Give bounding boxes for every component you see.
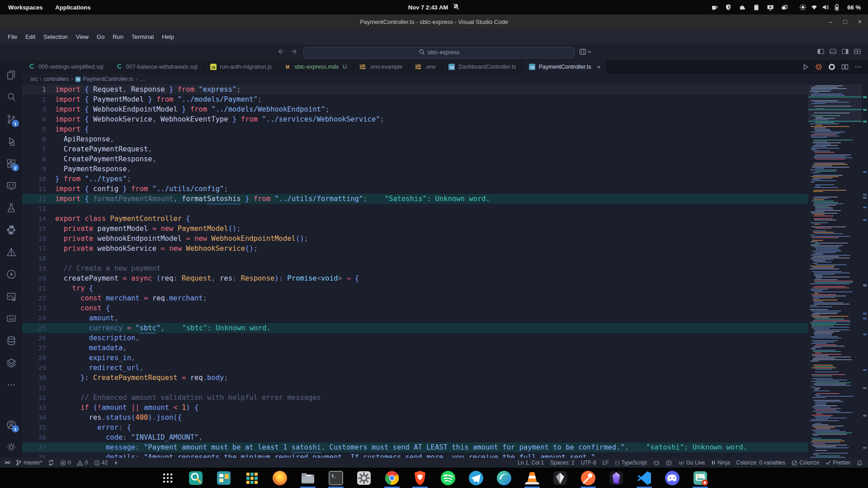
split-editor-button[interactable]: [841, 63, 849, 70]
applications-menu[interactable]: Applications: [55, 4, 90, 11]
obsidian-icon[interactable]: [607, 469, 625, 487]
panel-left-toggle-icon[interactable]: [817, 48, 824, 56]
postman-icon[interactable]: [579, 469, 597, 487]
volume-icon[interactable]: [822, 4, 829, 11]
tab-run-auth-migration.js[interactable]: JSrun-auth-migration.js: [204, 60, 278, 74]
brave-icon[interactable]: [411, 469, 429, 487]
menu-terminal[interactable]: Terminal: [127, 31, 158, 42]
edge-icon[interactable]: [495, 469, 513, 487]
errorlens-icon[interactable]: [113, 460, 118, 466]
git-branch-item[interactable]: master*: [16, 460, 42, 466]
colorize-toggle-item[interactable]: Colorize: [792, 460, 819, 466]
sidebar-item-extensions[interactable]: 2: [0, 152, 22, 174]
sidebar-item-python[interactable]: [0, 219, 22, 241]
sidebar-item-remote-explorer[interactable]: [0, 174, 22, 197]
settings-icon[interactable]: [355, 469, 373, 487]
app-launcher-icon[interactable]: [243, 469, 261, 487]
sidebar-item-layers[interactable]: [0, 352, 22, 374]
status-item-utf-8[interactable]: UTF-8: [581, 460, 596, 466]
sidebar-item-settings[interactable]: [0, 436, 22, 458]
tab-sbtc-express.mdx[interactable]: Msbtc-express.mdxU: [278, 60, 353, 74]
minimap[interactable]: [808, 84, 862, 458]
maximize-button[interactable]: □: [843, 19, 847, 25]
sidebar-item-database[interactable]: [0, 329, 22, 352]
tab-.env[interactable]: .env: [409, 60, 442, 74]
telegram-icon[interactable]: [467, 469, 485, 487]
clipboard-icon[interactable]: [753, 4, 760, 11]
tab-.env.example[interactable]: .env.example: [353, 60, 409, 74]
unity-icon[interactable]: [551, 469, 569, 487]
brightness-icon[interactable]: [799, 4, 807, 11]
menu-file[interactable]: File: [4, 31, 21, 42]
app-grid-icon[interactable]: [159, 469, 177, 487]
ninja-item[interactable]: Ninja: [711, 460, 730, 466]
chrome-icon[interactable]: [383, 469, 401, 487]
claude-extension-icon[interactable]: [815, 63, 822, 70]
menu-selection[interactable]: Selection: [39, 31, 71, 42]
windows-stack-icon[interactable]: [781, 4, 788, 11]
wifi-icon[interactable]: [811, 4, 818, 11]
status-item-colorize-0-variables[interactable]: Colorize: 0 variables: [736, 460, 786, 466]
terminal-icon[interactable]: $_: [327, 469, 345, 487]
breadcrumb-item[interactable]: controllers: [44, 76, 69, 82]
menu-edit[interactable]: Edit: [21, 31, 39, 42]
tab-005-settings-simplified.sql[interactable]: 005-settings-simplified.sql: [22, 60, 110, 74]
panel-right-toggle-icon[interactable]: [842, 48, 849, 56]
project-board-icon[interactable]: [215, 469, 233, 487]
remote-indicator[interactable]: ><: [5, 460, 10, 466]
sidebar-item-prism[interactable]: [0, 241, 22, 263]
sidebar-item-search[interactable]: [0, 86, 22, 108]
language-mode-item[interactable]: { }TypeScript: [615, 460, 647, 466]
editor[interactable]: 1import { Request, Response } from "expr…: [22, 84, 868, 458]
sidebar-item-rest-api[interactable]: /API: [0, 307, 22, 329]
sidebar-item-more[interactable]: [0, 374, 22, 396]
prettier-item[interactable]: Prettier: [826, 460, 850, 466]
screenshare-icon[interactable]: [767, 4, 774, 11]
caffeine-icon[interactable]: [711, 4, 718, 11]
command-center-search[interactable]: sbtc-express: [303, 47, 575, 58]
more-actions-button[interactable]: [854, 63, 862, 70]
status-item-ln-1-col-1[interactable]: Ln 1, Col 1: [518, 460, 544, 466]
sidebar-item-explorer[interactable]: [0, 64, 22, 86]
file-search-icon[interactable]: [187, 469, 205, 487]
battery-icon[interactable]: [833, 4, 840, 11]
openai-extension-icon[interactable]: [828, 63, 835, 70]
close-tab-icon[interactable]: ×: [597, 64, 601, 70]
sidebar-item-source-control[interactable]: 1: [0, 108, 22, 130]
layout-grid-toggle-icon[interactable]: [854, 48, 861, 56]
flameshot-icon[interactable]: [691, 469, 709, 487]
notifications-bell-icon[interactable]: [857, 460, 863, 466]
errors-item[interactable]: 0: [60, 460, 71, 466]
breadcrumb-item[interactable]: …: [140, 76, 145, 82]
navigate-forward-button[interactable]: [291, 48, 299, 57]
breadcrumb-item[interactable]: src: [30, 76, 38, 82]
sidebar-item-account[interactable]: 1: [0, 413, 22, 436]
puzzle-icon[interactable]: [739, 4, 746, 11]
navigate-back-button[interactable]: [276, 48, 284, 57]
file-manager-icon[interactable]: [299, 469, 317, 487]
vscode-icon[interactable]: [635, 469, 653, 487]
sync-icon[interactable]: [48, 460, 54, 466]
breadcrumb-item[interactable]: TSPaymentController.ts: [75, 76, 133, 82]
menu-run[interactable]: Run: [108, 31, 127, 42]
info-item[interactable]: 42: [94, 460, 108, 466]
sidebar-item-task-runner[interactable]: [0, 285, 22, 307]
close-button[interactable]: ×: [858, 19, 862, 25]
menu-help[interactable]: Help: [158, 31, 178, 42]
sidebar-item-run-debug[interactable]: [0, 130, 22, 152]
layout-dropdown-button[interactable]: [579, 48, 592, 57]
workspaces-menu[interactable]: Workspaces: [8, 4, 42, 11]
tab-DashboardController.ts[interactable]: TSDashboardController.ts: [442, 60, 523, 74]
sidebar-item-thunder-client[interactable]: [0, 263, 22, 285]
panel-bottom-toggle-icon[interactable]: [830, 48, 836, 56]
firefox-icon[interactable]: [271, 469, 289, 487]
extension-status-icon[interactable]: [666, 460, 672, 466]
go-live-item[interactable]: Go Live: [678, 460, 705, 466]
status-item-lf[interactable]: LF: [603, 460, 609, 466]
tab-007-balance-withdrawals.sql[interactable]: 007-balance-withdrawals.sql: [110, 60, 204, 74]
tab-PaymentController.ts[interactable]: TSPaymentController.ts×: [523, 60, 607, 74]
menu-go[interactable]: Go: [93, 31, 108, 42]
warnings-item[interactable]: 0: [77, 460, 88, 466]
shield-icon[interactable]: [725, 4, 732, 11]
sidebar-item-testing[interactable]: [0, 197, 22, 219]
